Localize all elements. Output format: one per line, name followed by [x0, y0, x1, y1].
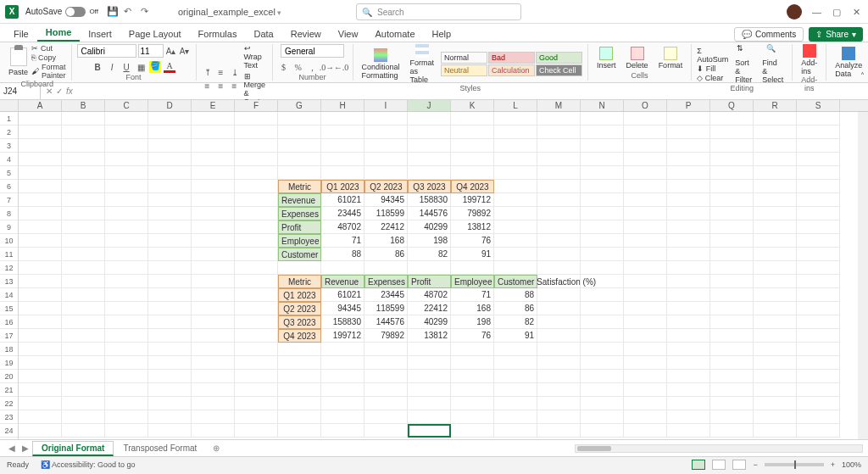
sheet-nav-next-icon[interactable]: ▶	[19, 443, 32, 453]
cell-Q6[interactable]	[710, 180, 754, 193]
cell-R14[interactable]	[754, 288, 797, 302]
cell-E21[interactable]	[192, 383, 235, 397]
cell-M17[interactable]	[537, 329, 581, 343]
cell-H7[interactable]: 61021	[321, 193, 364, 207]
col-header-P[interactable]: P	[667, 100, 710, 111]
cell-B8[interactable]	[62, 207, 105, 220]
cell-I24[interactable]	[364, 424, 408, 438]
cell-L6[interactable]	[494, 180, 537, 193]
row-header-11[interactable]: 11	[0, 248, 18, 261]
cell-P19[interactable]	[667, 356, 710, 370]
cell-O24[interactable]	[624, 424, 667, 438]
cell-C7[interactable]	[105, 193, 148, 207]
cell-A4[interactable]	[19, 153, 62, 166]
cell-F8[interactable]	[235, 207, 278, 220]
cell-F15[interactable]	[235, 302, 278, 315]
cell-A9[interactable]	[19, 220, 62, 234]
cell-G12[interactable]	[278, 261, 321, 275]
autosum-button[interactable]: Σ AutoSum	[697, 47, 728, 64]
cell-J10[interactable]: 198	[408, 234, 451, 248]
cell-R9[interactable]	[754, 220, 797, 234]
increase-font-icon[interactable]: A▴	[165, 45, 177, 57]
cell-H22[interactable]	[321, 397, 364, 410]
style-check-cell[interactable]: Check Cell	[536, 64, 582, 76]
cell-C14[interactable]	[105, 288, 148, 302]
cell-S14[interactable]	[797, 288, 840, 302]
cell-F4[interactable]	[235, 153, 278, 166]
cell-K16[interactable]: 198	[451, 315, 494, 329]
cell-F14[interactable]	[235, 288, 278, 302]
minimize-icon[interactable]: —	[812, 7, 822, 17]
cell-R10[interactable]	[754, 234, 797, 248]
cell-K6[interactable]: Q4 2023	[451, 180, 494, 193]
clear-button[interactable]: ◇ Clear	[697, 74, 728, 82]
cell-S24[interactable]	[797, 424, 840, 438]
cell-K4[interactable]	[451, 153, 494, 166]
cell-I4[interactable]	[364, 153, 408, 166]
decrease-decimal-icon[interactable]: ←.0	[336, 61, 348, 73]
cell-F20[interactable]	[235, 370, 278, 383]
cell-M13[interactable]	[537, 275, 581, 288]
cell-B14[interactable]	[62, 288, 105, 302]
cell-A5[interactable]	[19, 166, 62, 180]
cell-M15[interactable]	[537, 302, 581, 315]
cell-K9[interactable]: 13812	[451, 220, 494, 234]
cell-O22[interactable]	[624, 397, 667, 410]
cell-O11[interactable]	[624, 248, 667, 261]
tab-formulas[interactable]: Formulas	[190, 26, 246, 42]
cell-G4[interactable]	[278, 153, 321, 166]
format-painter-button[interactable]: 🖌 Format Painter	[31, 63, 66, 80]
cell-K7[interactable]: 199712	[451, 193, 494, 207]
cell-S8[interactable]	[797, 207, 840, 220]
cell-S23[interactable]	[797, 410, 840, 424]
cell-I22[interactable]	[364, 397, 408, 410]
cell-J13[interactable]: Profit	[408, 275, 451, 288]
cell-F9[interactable]	[235, 220, 278, 234]
cell-D6[interactable]	[148, 180, 192, 193]
cell-O18[interactable]	[624, 343, 667, 356]
cell-I8[interactable]: 118599	[364, 207, 408, 220]
cell-R17[interactable]	[754, 329, 797, 343]
cell-S5[interactable]	[797, 166, 840, 180]
cell-P3[interactable]	[667, 139, 710, 153]
cell-C18[interactable]	[105, 343, 148, 356]
cell-O6[interactable]	[624, 180, 667, 193]
cell-J1[interactable]	[408, 112, 451, 125]
cell-I3[interactable]	[364, 139, 408, 153]
cell-H17[interactable]: 199712	[321, 329, 364, 343]
add-sheet-button[interactable]: ⊕	[206, 443, 226, 453]
style-neutral[interactable]: Neutral	[441, 64, 487, 76]
cell-J24[interactable]	[408, 424, 451, 438]
cell-J12[interactable]	[408, 261, 451, 275]
cell-N5[interactable]	[581, 166, 624, 180]
cell-A17[interactable]	[19, 329, 62, 343]
cell-H11[interactable]: 88	[321, 248, 364, 261]
toggle-switch[interactable]	[65, 7, 86, 17]
cell-A16[interactable]	[19, 315, 62, 329]
cell-H3[interactable]	[321, 139, 364, 153]
cell-D22[interactable]	[148, 397, 192, 410]
cell-F13[interactable]	[235, 275, 278, 288]
fill-button[interactable]: ⬇ Fill	[697, 64, 728, 73]
cell-D3[interactable]	[148, 139, 192, 153]
cell-J6[interactable]: Q3 2023	[408, 180, 451, 193]
row-header-24[interactable]: 24	[0, 424, 18, 438]
cell-B12[interactable]	[62, 261, 105, 275]
cell-Q14[interactable]	[710, 288, 754, 302]
cell-D8[interactable]	[148, 207, 192, 220]
cell-L24[interactable]	[494, 424, 537, 438]
cell-F19[interactable]	[235, 356, 278, 370]
tab-review[interactable]: Review	[282, 26, 330, 42]
cell-C15[interactable]	[105, 302, 148, 315]
cell-C21[interactable]	[105, 383, 148, 397]
cell-F17[interactable]	[235, 329, 278, 343]
cell-F21[interactable]	[235, 383, 278, 397]
cell-R12[interactable]	[754, 261, 797, 275]
cell-L9[interactable]	[494, 220, 537, 234]
row-header-5[interactable]: 5	[0, 166, 18, 180]
cell-D13[interactable]	[148, 275, 192, 288]
cell-K20[interactable]	[451, 370, 494, 383]
row-header-16[interactable]: 16	[0, 315, 18, 329]
cell-D16[interactable]	[148, 315, 192, 329]
cell-P9[interactable]	[667, 220, 710, 234]
